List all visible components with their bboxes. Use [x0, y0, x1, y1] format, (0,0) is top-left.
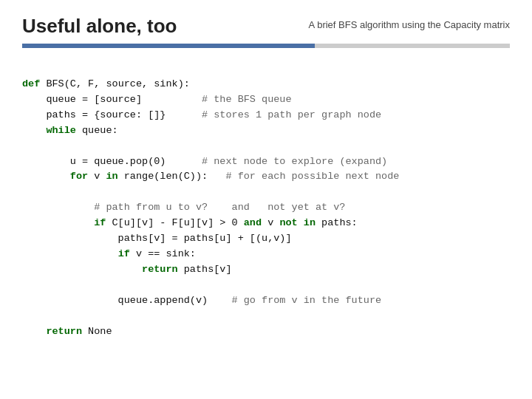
code-line-11b: paths[v] [178, 264, 232, 275]
code-line-4b: queue: [76, 125, 118, 136]
keyword-if2: if [118, 248, 130, 259]
code-block: def BFS(C, F, source, sink): queue = [so… [22, 61, 510, 355]
code-line-8c: v [262, 217, 279, 228]
code-line-6c: range(len(C)): [118, 171, 226, 182]
keyword-return2: return [46, 326, 82, 337]
keyword-if1: if [94, 217, 106, 228]
code-line-9: paths[v] = paths[u] + [(u,v)] [22, 233, 292, 244]
comment-5: # path from u to v? and not yet at v? [22, 202, 345, 213]
code-line-3: paths = {source: []} [22, 109, 202, 120]
code-line-8d [298, 217, 304, 228]
keyword-def: def [22, 78, 40, 89]
comment-2: # stores 1 path per graph node [202, 109, 381, 120]
keyword-in: in [106, 171, 117, 182]
header: Useful alone, too A brief BFS algorithm … [22, 15, 510, 38]
code-line-1: BFS(C, F, source, sink): [40, 78, 190, 89]
code-line-8a [22, 217, 94, 228]
keyword-and1: and [244, 217, 262, 228]
code-line-2: queue = [source] [22, 94, 202, 105]
code-line-6b: v [88, 171, 106, 182]
keyword-in2: in [304, 217, 316, 228]
code-line-5: u = queue.pop(0) [22, 156, 202, 167]
code-line-10a [22, 248, 118, 259]
comment-1: # the BFS queue [202, 94, 292, 105]
code-line-4a [22, 125, 46, 136]
divider [22, 44, 510, 48]
page-title: Useful alone, too [22, 15, 177, 38]
code-line-8e: paths: [316, 217, 358, 228]
keyword-not: not [279, 217, 297, 228]
code-line-13b: None [82, 326, 112, 337]
page: Useful alone, too A brief BFS algorithm … [0, 0, 532, 399]
code-line-11a [22, 264, 142, 275]
page-subtitle: A brief BFS algorithm using the Capacity… [309, 19, 510, 30]
comment-4: # for each possible next node [225, 171, 399, 182]
code-line-8b: C[u][v] - F[u][v] > 0 [106, 217, 243, 228]
keyword-return1: return [142, 264, 178, 275]
code-line-10b: v == sink: [130, 248, 196, 259]
keyword-while: while [46, 125, 76, 136]
code-line-12: queue.append(v) [22, 295, 232, 306]
code-line-6a [22, 171, 70, 182]
keyword-for: for [70, 171, 88, 182]
code-line-13a [22, 326, 46, 337]
comment-3: # next node to explore (expand) [202, 156, 387, 167]
comment-6: # go from v in the future [232, 295, 382, 306]
